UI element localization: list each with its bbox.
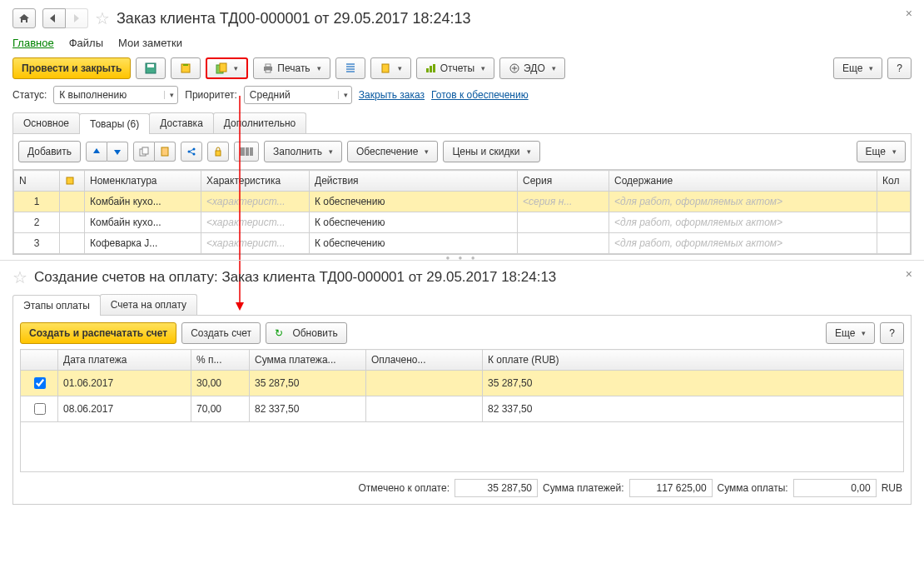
save-button[interactable]: [136, 57, 166, 79]
close-icon[interactable]: ×: [906, 7, 912, 20]
col-topay[interactable]: К оплате (RUB): [483, 350, 904, 371]
supply-button[interactable]: Обеспечение: [347, 141, 438, 162]
col-ser[interactable]: Серия: [518, 171, 609, 192]
priority-value: Средний: [245, 89, 296, 101]
print-icon: [262, 63, 274, 73]
sumamt-value: 0,00: [793, 479, 877, 497]
chevron-down-icon[interactable]: ▾: [164, 91, 177, 99]
section-tab-main[interactable]: Главное: [12, 37, 54, 49]
priority-label: Приоритет:: [185, 89, 237, 101]
nav-back-button[interactable]: [42, 8, 66, 28]
create-invoice-button[interactable]: Создать счет: [181, 322, 261, 344]
move-up-button[interactable]: [86, 142, 107, 162]
status-combo[interactable]: К выполнению▾: [53, 86, 178, 104]
nav-forward-button[interactable]: [66, 8, 88, 28]
print-button[interactable]: Печать: [253, 57, 330, 79]
favorite-icon[interactable]: ☆: [95, 8, 110, 28]
lock-button[interactable]: [207, 142, 229, 162]
section-tab-notes[interactable]: Мои заметки: [118, 37, 182, 49]
barcode-icon: [240, 147, 253, 157]
cell-paid: [366, 396, 483, 422]
pay-tabs: Этапы оплаты Счета на оплату: [12, 294, 912, 316]
tab-additional[interactable]: Дополнительно: [213, 112, 306, 133]
col-paid[interactable]: Оплачено...: [366, 350, 483, 371]
cell-act: К обеспечению: [310, 212, 518, 233]
favorite-icon[interactable]: ☆: [12, 267, 27, 287]
col-flag[interactable]: [60, 171, 85, 192]
move-down-button[interactable]: [107, 142, 128, 162]
col-act[interactable]: Действия: [310, 171, 518, 192]
marked-value: 35 287,50: [455, 479, 538, 497]
col-check[interactable]: [21, 350, 58, 371]
help-button[interactable]: ?: [887, 57, 912, 79]
table-row[interactable]: 01.06.201730,0035 287,5035 287,50: [21, 371, 904, 396]
table-row[interactable]: 1Комбайн кухо...<характерист...К обеспеч…: [14, 192, 911, 212]
col-qty[interactable]: Кол: [877, 171, 911, 192]
add-button[interactable]: Добавить: [18, 141, 81, 162]
post-button[interactable]: [171, 57, 201, 79]
reports-button[interactable]: Отчеты: [416, 57, 494, 79]
table-row[interactable]: 3Кофеварка J...<характерист...К обеспече…: [14, 233, 911, 254]
arrow-right-icon: [71, 14, 82, 22]
tab-invoices[interactable]: Счета на оплату: [100, 294, 197, 315]
close-icon[interactable]: ×: [906, 267, 912, 281]
paste-button[interactable]: [155, 142, 176, 162]
close-order-link[interactable]: Закрыть заказ: [359, 89, 425, 101]
tab-goods[interactable]: Товары (6): [79, 113, 150, 134]
fill-button[interactable]: Заполнить: [264, 141, 342, 162]
col-item[interactable]: Номенклатура: [85, 171, 201, 192]
svg-rect-10: [430, 66, 432, 72]
copy-button[interactable]: [133, 142, 155, 162]
col-cont[interactable]: Содержание: [609, 171, 877, 192]
paste-icon: [160, 147, 170, 157]
table-row[interactable]: 08.06.201770,0082 337,5082 337,50: [21, 396, 904, 422]
ready-supply-link[interactable]: Готов к обеспечению: [431, 89, 529, 101]
share-icon: [186, 147, 196, 157]
svg-rect-19: [216, 151, 221, 156]
create-based-on-button[interactable]: [206, 57, 248, 79]
table-row[interactable]: 2Комбайн кухо...<характерист...К обеспеч…: [14, 212, 911, 233]
home-button[interactable]: [12, 8, 36, 28]
section-tab-files[interactable]: Файлы: [69, 37, 103, 49]
more-button[interactable]: Еще: [833, 57, 882, 79]
col-char[interactable]: Характеристика: [201, 171, 310, 192]
svg-rect-6: [266, 64, 271, 67]
row-checkbox[interactable]: [34, 377, 46, 389]
pay-help-button[interactable]: ?: [880, 322, 904, 344]
tab-main[interactable]: Основное: [12, 112, 80, 133]
row-checkbox[interactable]: [34, 403, 46, 415]
post-icon: [180, 62, 191, 74]
col-pct[interactable]: % п...: [191, 350, 250, 371]
prices-button[interactable]: Цены и скидки: [443, 141, 539, 162]
create-print-invoice-button[interactable]: Создать и распечатать счет: [20, 322, 176, 344]
barcode-button[interactable]: [234, 142, 259, 162]
col-sum[interactable]: Сумма платежа...: [250, 350, 366, 371]
attach-button[interactable]: [370, 57, 411, 79]
cell-char: <характерист...: [201, 212, 310, 233]
cell-item: Комбайн кухо...: [85, 212, 201, 233]
cell-n: 1: [14, 192, 60, 212]
refresh-button[interactable]: ↻ Обновить: [266, 322, 347, 344]
window-title: Заказ клиента ТД00-000001 от 29.05.2017 …: [117, 10, 471, 27]
tab-delivery[interactable]: Доставка: [149, 112, 214, 133]
cell-check[interactable]: [21, 371, 58, 396]
pay-body: Создать и распечатать счет Создать счет …: [12, 316, 912, 505]
pay-more-button[interactable]: Еще: [826, 322, 875, 344]
lock-icon: [213, 147, 223, 157]
edo-button[interactable]: ЭДО: [499, 57, 565, 79]
tab-stages[interactable]: Этапы оплаты: [12, 295, 101, 316]
invoice-panel: × ☆ Создание счетов на оплату: Заказ кли…: [0, 260, 924, 515]
priority-combo[interactable]: Средний▾: [244, 86, 352, 104]
share-button[interactable]: [181, 142, 202, 162]
goods-more-button[interactable]: Еще: [857, 141, 906, 162]
svg-rect-7: [266, 70, 271, 72]
cell-check[interactable]: [21, 396, 58, 422]
list-button[interactable]: [335, 57, 365, 79]
col-date[interactable]: Дата платежа: [58, 350, 191, 371]
inner-tabs: Основное Товары (6) Доставка Дополнитель…: [12, 112, 912, 134]
post-and-close-button[interactable]: Провести и закрыть: [12, 57, 131, 79]
chevron-down-icon[interactable]: ▾: [338, 91, 351, 99]
cell-item: Комбайн кухо...: [85, 192, 201, 212]
edo-label: ЭДО: [524, 62, 545, 74]
col-n[interactable]: N: [14, 171, 60, 192]
